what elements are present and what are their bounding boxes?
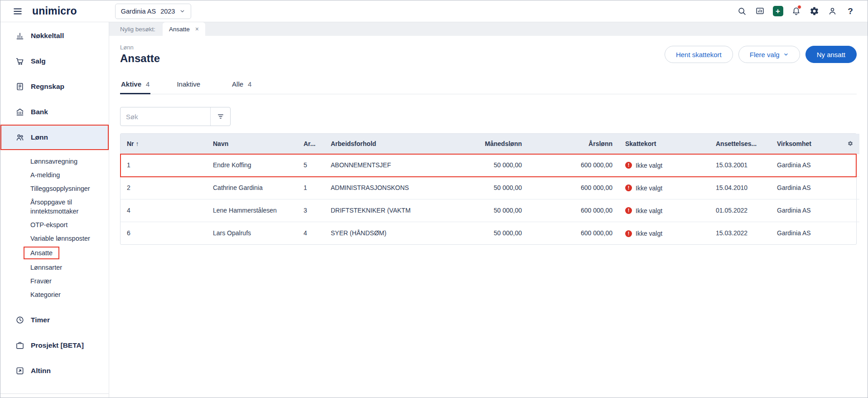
submenu-label: Lønnsarter — [30, 263, 62, 272]
cell-skattekort: !Ikke valgt — [619, 199, 709, 222]
cell-manedslonn: 50 000,00 — [456, 154, 528, 176]
sidebar: Nøkkeltall Salg Regnskap Bank Lønn Lønns… — [0, 22, 109, 398]
cell-navn: Cathrine Gardinia — [207, 176, 297, 199]
dashboard-icon — [755, 6, 765, 16]
user-icon — [828, 6, 837, 16]
company-name: Gardinia AS — [121, 8, 156, 15]
submenu-item-lonnsavregning[interactable]: Lønnsavregning — [0, 155, 109, 168]
submenu-item-kategorier[interactable]: Kategorier — [0, 288, 109, 301]
clock-icon — [15, 315, 24, 325]
app-window: unimicro Gardinia AS 2023 + — [0, 0, 868, 398]
search-icon — [737, 6, 747, 16]
hent-skattekort-button[interactable]: Hent skattekort — [665, 46, 733, 63]
table-header-row: Nr↑ Navn Ar... Arbeidsforhold Månedslønn… — [121, 134, 859, 154]
hamburger-icon — [13, 6, 23, 16]
table-row[interactable]: 4 Lene Hammerstålesen 3 DRIFTSTEKNIKER (… — [121, 199, 859, 222]
cell-nr: 6 — [121, 222, 207, 244]
close-icon[interactable]: × — [195, 26, 199, 32]
sidebar-item-salg[interactable]: Salg — [0, 49, 109, 74]
page-title: Ansatte — [120, 52, 160, 65]
sidebar-item-regnskap[interactable]: Regnskap — [0, 74, 109, 99]
submenu-label: Kategorier — [30, 290, 61, 299]
column-header-ansettelses[interactable]: Ansettelses... — [709, 134, 771, 154]
submenu-item-a-melding[interactable]: A-melding — [0, 168, 109, 182]
cell-ansettelses: 01.05.2022 — [709, 199, 771, 222]
tab-alle[interactable]: Alle 4 — [231, 80, 252, 94]
column-header-nr[interactable]: Nr↑ — [121, 134, 207, 154]
new-item-button[interactable]: + — [772, 6, 783, 17]
sidebar-item-bank[interactable]: Bank — [0, 99, 109, 125]
cell-actions — [841, 176, 859, 199]
help-icon: ? — [848, 6, 853, 16]
altinn-box-icon — [15, 366, 24, 375]
tab-inaktive[interactable]: Inaktive — [176, 80, 206, 94]
cell-virksomhet: Gardinia AS — [771, 176, 841, 199]
table-row[interactable]: 2 Cathrine Gardinia 1 ADMINISTRASJONSKON… — [121, 176, 859, 199]
flere-valg-button[interactable]: Flere valg — [738, 46, 800, 63]
cell-navn: Lars Opalrufs — [207, 222, 297, 244]
settings-button[interactable] — [809, 6, 820, 17]
submenu-label: A-melding — [30, 170, 60, 180]
column-header-manedslonn[interactable]: Månedslønn — [456, 134, 528, 154]
tab-aktive[interactable]: Aktive 4 — [120, 80, 150, 94]
notifications-button[interactable] — [791, 6, 801, 17]
cell-navn: Lene Hammerstålesen — [207, 199, 297, 222]
tab-ansatte[interactable]: Ansatte × — [163, 22, 205, 36]
submenu-label: Fravær — [30, 277, 52, 286]
ny-ansatt-button[interactable]: Ny ansatt — [805, 46, 857, 63]
page-actions: Hent skattekort Flere valg Ny ansatt — [665, 46, 857, 63]
cell-arbeidsforhold: DRIFTSTEKNIKER (VAKTM — [324, 199, 456, 222]
page-content: Lønn Ansatte Hent skattekort Flere valg … — [109, 36, 868, 398]
dashboard-button[interactable] — [754, 6, 765, 17]
breadcrumb: Lønn — [120, 44, 160, 51]
submenu-item-lonnsarter[interactable]: Lønnsarter — [0, 261, 109, 274]
sidebar-item-label: Lønn — [31, 133, 48, 141]
table-row[interactable]: 6 Lars Opalrufs 4 SYER (HÅNDSØM) 50 000,… — [121, 222, 859, 244]
submenu-item-variable-lonnsposter[interactable]: Variable lønnsposter — [0, 232, 109, 245]
error-icon: ! — [625, 207, 632, 214]
sidebar-item-prosjekt[interactable]: Prosjekt [BETA] — [0, 333, 109, 358]
ledger-icon — [15, 82, 24, 91]
column-header-skattekort[interactable]: Skattekort — [619, 134, 709, 154]
sidebar-item-nokkeltall[interactable]: Nøkkeltall — [0, 23, 109, 49]
column-header-navn[interactable]: Navn — [207, 134, 297, 154]
help-button[interactable]: ? — [845, 6, 856, 17]
sidebar-item-label: Nøkkeltall — [31, 32, 64, 40]
sidebar-item-timer[interactable]: Timer — [0, 307, 109, 333]
submenu-item-otp-eksport[interactable]: OTP-eksport — [0, 218, 109, 232]
submenu-item-ansatte[interactable]: Ansatte — [0, 245, 109, 261]
cell-arbeidsforhold: SYER (HÅNDSØM) — [324, 222, 456, 244]
sidebar-item-lonn[interactable]: Lønn — [0, 125, 109, 150]
cell-virksomhet: Gardinia AS — [771, 199, 841, 222]
hamburger-menu-button[interactable] — [12, 6, 23, 17]
column-header-arslonn[interactable]: Årslønn — [528, 134, 619, 154]
profile-button[interactable] — [827, 6, 838, 17]
cell-ansettelses: 15.03.2022 — [709, 222, 771, 244]
sidebar-item-altinn[interactable]: Altinn — [0, 358, 109, 383]
submenu-label: Tilleggsopplysninger — [30, 184, 90, 193]
submenu-item-fravaer[interactable]: Fravær — [0, 274, 109, 288]
search-button[interactable] — [736, 6, 747, 17]
tab-label: Ansatte — [169, 26, 190, 33]
tab-label: Inaktive — [177, 80, 200, 88]
column-header-virksomhet[interactable]: Virksomhet — [771, 134, 841, 154]
filter-button[interactable] — [210, 107, 230, 126]
cell-ar: 4 — [297, 222, 324, 244]
cell-skattekort: !Ikke valgt — [619, 176, 709, 199]
submenu-item-tilleggsopplysninger[interactable]: Tilleggsopplysninger — [0, 182, 109, 195]
sidebar-item-label: Prosjekt [BETA] — [31, 341, 84, 349]
search-input[interactable] — [121, 107, 210, 126]
tab-label: Aktive — [121, 80, 141, 88]
cell-skattekort: !Ikke valgt — [619, 222, 709, 244]
table-row[interactable]: 1 Endre Koffing 5 ABONNEMENTSJEF 50 000,… — [121, 154, 859, 176]
chevron-down-icon — [179, 8, 185, 14]
search-row — [120, 107, 857, 126]
cart-icon — [15, 57, 24, 66]
cell-navn: Endre Koffing — [207, 154, 297, 176]
company-year-selector[interactable]: Gardinia AS 2023 — [115, 4, 192, 19]
submenu-item-arsoppgave[interactable]: Årsoppgave til inntektsmottaker — [0, 195, 109, 218]
submenu-label: OTP-eksport — [30, 220, 68, 229]
column-header-ar[interactable]: Ar... — [297, 134, 324, 154]
column-header-arbeidsforhold[interactable]: Arbeidsforhold — [324, 134, 456, 154]
column-settings-header[interactable] — [841, 134, 859, 154]
